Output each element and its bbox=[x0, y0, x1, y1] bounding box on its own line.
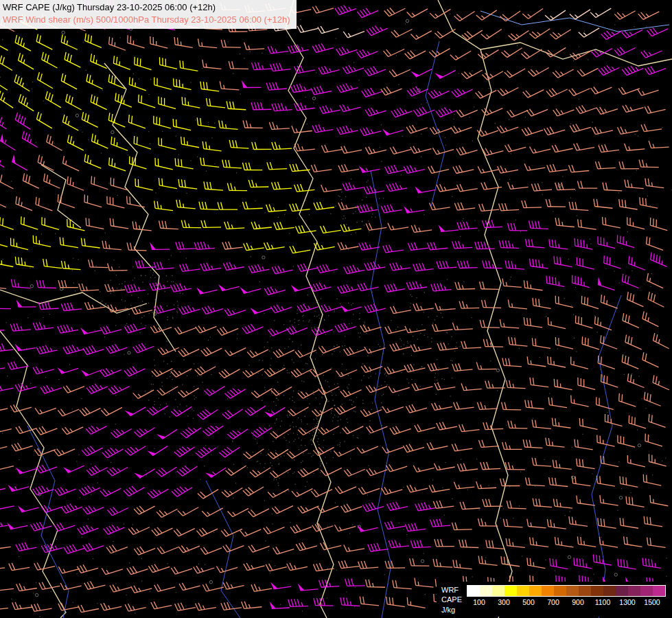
legend-tick-label: 300 bbox=[491, 598, 516, 606]
legend-swatch bbox=[640, 586, 653, 596]
weather-map: WRF CAPE (J/kg) Thursday 23-10-2025 06:0… bbox=[0, 0, 672, 618]
legend-swatch bbox=[492, 586, 505, 596]
legend-swatch bbox=[517, 586, 529, 596]
legend-ticks: 100300500700900110013001500 bbox=[467, 598, 666, 606]
legend-swatches bbox=[467, 585, 666, 597]
title-windshear: WRF Wind shear (m/s) 500/1000hPa Thursda… bbox=[3, 14, 290, 26]
legend-swatch bbox=[542, 586, 554, 596]
legend-tick-label: 700 bbox=[541, 598, 566, 606]
legend-swatch bbox=[628, 586, 640, 596]
legend-swatch bbox=[566, 586, 579, 596]
legend-meta: WRF CAPE J/kg bbox=[441, 585, 462, 615]
legend-swatch bbox=[653, 586, 665, 596]
legend-swatch bbox=[480, 586, 492, 596]
legend: WRF CAPE J/kg 10030050070090011001300150… bbox=[437, 582, 671, 617]
legend-tick-label: 1100 bbox=[590, 598, 615, 606]
legend-units-label: J/kg bbox=[441, 605, 462, 615]
legend-tick-label: 500 bbox=[516, 598, 541, 606]
legend-swatch bbox=[579, 586, 591, 596]
legend-tick-label: 1500 bbox=[640, 598, 664, 606]
title-cape: WRF CAPE (J/kg) Thursday 23-10-2025 06:0… bbox=[3, 1, 290, 14]
title-overlay: WRF CAPE (J/kg) Thursday 23-10-2025 06:0… bbox=[0, 0, 297, 29]
legend-scale: 100300500700900110013001500 bbox=[467, 585, 666, 606]
legend-swatch bbox=[554, 586, 566, 596]
legend-swatch bbox=[467, 586, 480, 596]
legend-model-label: WRF bbox=[441, 585, 462, 595]
legend-tick-label: 1300 bbox=[615, 598, 640, 606]
legend-swatch bbox=[591, 586, 603, 596]
legend-tick-label: 100 bbox=[467, 598, 491, 606]
legend-swatch bbox=[603, 586, 616, 596]
legend-swatch bbox=[616, 586, 628, 596]
legend-swatch bbox=[529, 586, 542, 596]
weather-map-canvas bbox=[0, 0, 672, 618]
legend-swatch bbox=[505, 586, 517, 596]
legend-variable-label: CAPE bbox=[441, 595, 462, 604]
legend-tick-label: 900 bbox=[566, 598, 590, 606]
